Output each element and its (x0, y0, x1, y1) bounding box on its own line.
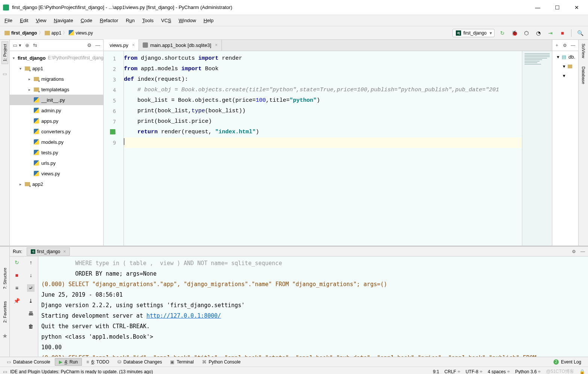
coverage-button[interactable]: ⬡ (523, 30, 530, 36)
hide-icon[interactable]: — (95, 42, 100, 48)
run-panel-header: Run: djfirst_django× ⚙ — (10, 247, 588, 256)
clear-button[interactable]: 🗑 (27, 323, 35, 330)
bb-todo[interactable]: ≡6: TODO (83, 359, 113, 365)
tree-file-tests[interactable]: tests.py (10, 147, 103, 158)
menu-help[interactable]: Help (204, 18, 214, 23)
bb-terminal[interactable]: ▣Terminal (166, 359, 197, 365)
bb-eventlog[interactable]: 2Event Log (550, 359, 585, 365)
run-button[interactable]: ↻ (499, 30, 506, 36)
hide-icon[interactable]: — (571, 43, 575, 48)
editor[interactable]: 1234567 8 9 from django.shortcuts import… (104, 51, 552, 246)
tree-file-apps[interactable]: apps.py (10, 116, 103, 126)
bc-app1[interactable]: app1 (45, 30, 62, 36)
bb-pyconsole[interactable]: ⌘Python Console (198, 359, 244, 365)
tree-root[interactable]: ▾first_djangoE:\PythonProject\first_djan… (10, 53, 103, 63)
bb-dbconsole[interactable]: ▭Database Console (3, 359, 54, 365)
add-icon[interactable]: ＋ (555, 42, 559, 48)
search-everywhere-button[interactable]: 🔍 (577, 30, 583, 36)
menu-vcs[interactable]: VCS (161, 18, 171, 23)
cursor-position[interactable]: 9:1 (433, 369, 439, 374)
close-tab-icon[interactable]: × (132, 42, 135, 48)
scroll-end-button[interactable]: ⤓ (27, 297, 35, 305)
db-schema[interactable]: ▾ (555, 63, 575, 69)
close-button[interactable]: ✕ (571, 5, 582, 11)
project-view-selector[interactable]: ▭ ▾ (13, 42, 21, 48)
tree-file-urls[interactable]: urls.py (10, 158, 103, 168)
db-more[interactable]: ▾ (555, 73, 575, 78)
indent[interactable]: 4 spaces (488, 369, 510, 374)
tree-file-init[interactable]: __init__.py (10, 95, 103, 105)
play-icon: ▶ (59, 359, 62, 365)
tool-tab-project[interactable]: 1: Project (2, 41, 8, 64)
encoding[interactable]: UTF-8 (466, 369, 482, 374)
minimize-button[interactable]: ― (532, 5, 543, 11)
gear-icon[interactable]: ⚙ (563, 43, 567, 48)
tree-app1[interactable]: ▾app1 (10, 63, 103, 74)
stop-button[interactable]: ■ (13, 271, 21, 279)
tree-templatetags[interactable]: ▸templatetags (10, 84, 103, 95)
collapse-icon[interactable]: ⇆ (33, 42, 37, 48)
menu-refactor[interactable]: Refactor (100, 18, 118, 23)
tool-tab-database[interactable]: Database (580, 64, 586, 86)
bb-dbchanges[interactable]: ⛁Database Changes (114, 359, 166, 365)
run-output[interactable]: WHERE type in ( table , view ) AND NOT n… (38, 256, 588, 357)
bc-file[interactable]: views.py (69, 30, 93, 36)
menu-code[interactable]: Code (81, 18, 92, 23)
tree-file-converters[interactable]: converters.py (10, 126, 103, 137)
menu-window[interactable]: Window (179, 18, 196, 23)
tree-app2[interactable]: ▸app2 (10, 179, 103, 189)
interpreter[interactable]: Python 3.6 (515, 369, 541, 374)
tree-file-views[interactable]: views.py (10, 168, 103, 179)
left-tool-strip-lower: 7: Structure 2: Favorites ★ (0, 247, 10, 357)
maximize-button[interactable]: ☐ (552, 5, 562, 11)
close-tab-icon[interactable]: × (63, 249, 66, 254)
tool-tab-sciview[interactable]: SciView (580, 41, 586, 60)
statusbar-icon[interactable]: ▭ (3, 369, 7, 374)
gear-icon[interactable]: ⚙ (572, 249, 576, 254)
close-tab-icon[interactable]: × (215, 42, 218, 48)
line-separator[interactable]: CRLF (445, 369, 460, 374)
tree-file-models[interactable]: models.py (10, 137, 103, 147)
tab-views[interactable]: views.py× (104, 39, 139, 51)
concurrency-button[interactable]: ⇥ (547, 30, 554, 36)
pin-button[interactable]: 📌 (13, 297, 21, 305)
menu-file[interactable]: File (5, 18, 12, 23)
bb-run[interactable]: ▶4: Run (55, 358, 82, 366)
run-config-selector[interactable]: dj first_django (452, 29, 495, 37)
locate-icon[interactable]: ⊕ (25, 42, 29, 48)
menu-tools[interactable]: Tools (142, 18, 154, 23)
tree-file-admin[interactable]: admin.py (10, 105, 103, 116)
bc-root[interactable]: first_django (5, 30, 37, 36)
lock-icon[interactable]: 🔒 (579, 369, 585, 374)
run-tab[interactable]: djfirst_django× (27, 247, 70, 256)
down-button[interactable]: ↓ (27, 271, 35, 279)
up-button[interactable]: ↑ (27, 259, 35, 266)
hide-icon[interactable]: — (580, 249, 585, 254)
rerun-button[interactable]: ↻ (13, 259, 21, 266)
tool-icon[interactable]: ▭ (3, 71, 7, 77)
print-button[interactable]: 🖶 (27, 310, 35, 317)
tool-tab-structure[interactable]: 7: Structure (2, 265, 8, 291)
menu-run[interactable]: Run (126, 18, 135, 23)
menu-view[interactable]: View (36, 18, 46, 23)
debug-button[interactable]: 🐞 (511, 30, 518, 36)
db-icon: ⛁ (118, 359, 121, 365)
tree-migrations[interactable]: ▸migrations (10, 74, 103, 84)
run-label: Run: (13, 249, 22, 254)
profile-button[interactable]: ◔ (535, 30, 542, 36)
gear-icon[interactable]: ⚙ (87, 42, 92, 48)
server-url-link[interactable]: http://127.0.0.1:8000/ (146, 312, 221, 319)
layout-button[interactable]: ≡ (13, 284, 21, 292)
html-gutter-icon[interactable] (110, 129, 115, 134)
package-icon (34, 87, 39, 92)
menu-edit[interactable]: Edit (20, 18, 28, 23)
db-node[interactable]: ▾▤db. (555, 54, 575, 60)
stop-button[interactable]: ■ (559, 30, 566, 36)
code[interactable]: from django.shortcuts import render from… (124, 51, 522, 246)
menu-navigate[interactable]: Navigate (54, 18, 73, 23)
softwrap-button[interactable]: ⤶ (27, 284, 35, 292)
minimap[interactable] (522, 51, 552, 246)
tool-tab-favorites[interactable]: 2: Favorites (2, 299, 8, 325)
tab-db[interactable]: main.app1_book [db.sqlite3]× (139, 39, 222, 51)
star-icon[interactable]: ★ (2, 332, 8, 339)
